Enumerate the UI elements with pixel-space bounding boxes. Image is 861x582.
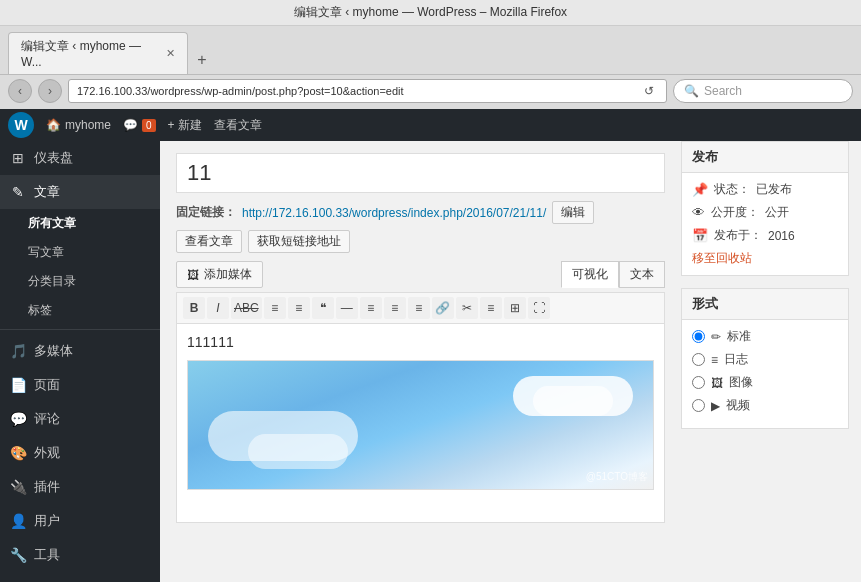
sidebar-divider-1	[0, 329, 160, 330]
post-title-input[interactable]	[176, 153, 665, 193]
trash-link[interactable]: 移至回收站	[692, 251, 752, 265]
tab-visual[interactable]: 可视化	[561, 261, 619, 288]
sidebar-item-tools[interactable]: 🔧 工具	[0, 538, 160, 572]
sidebar-item-write-post[interactable]: 写文章	[0, 238, 160, 267]
comment-count: 0	[142, 119, 156, 132]
reload-button[interactable]: ↺	[640, 84, 658, 98]
editor-toolbar-row: 🖼 添加媒体 可视化 文本	[176, 261, 665, 288]
wp-right-panel: 发布 📌 状态： 已发布 👁 公开度： 公开 📅 发布于：	[681, 141, 861, 582]
topbar-home[interactable]: 🏠 myhome	[46, 118, 111, 132]
add-media-label: 添加媒体	[204, 266, 252, 283]
sidebar-item-categories[interactable]: 分类目录	[0, 267, 160, 296]
topbar-comments[interactable]: 💬 0	[123, 118, 156, 132]
editor-image: @51CTO博客	[187, 360, 654, 490]
home-icon: 🏠	[46, 118, 61, 132]
wp-logo[interactable]: W	[8, 112, 34, 138]
sidebar-item-appearance[interactable]: 🎨 外观	[0, 436, 160, 470]
format-radio-image[interactable]	[692, 376, 705, 389]
table-button[interactable]: ⊞	[504, 297, 526, 319]
format-radio-aside[interactable]	[692, 353, 705, 366]
blockquote-button[interactable]: ❝	[312, 297, 334, 319]
format-radio-standard[interactable]	[692, 330, 705, 343]
visibility-row: 👁 公开度： 公开	[692, 204, 838, 221]
browser-tab-active[interactable]: 编辑文章 ‹ myhome — W... ✕	[8, 32, 188, 74]
status-icon: 📌	[692, 182, 708, 197]
editor-body[interactable]: 111111 @51CTO博客	[176, 323, 665, 523]
wp-admin: ⊞ 仪表盘 ✎ 文章 所有文章 写文章 分类目录 标签 🎵 多媒体 📄 页面 💬	[0, 141, 861, 582]
unlink-button[interactable]: ✂	[456, 297, 478, 319]
tools-icon: 🔧	[10, 547, 26, 563]
search-box[interactable]: 🔍 Search	[673, 79, 853, 103]
sidebar-label-dashboard: 仪表盘	[34, 149, 73, 167]
format-panel-body: ✏ 标准 ≡ 日志 🖼 图像 ▶	[682, 320, 848, 428]
fullscreen-button[interactable]: ⛶	[528, 297, 550, 319]
view-post-label: 查看文章	[214, 117, 262, 134]
format-video: ▶ 视频	[692, 397, 838, 414]
comment-icon: 💬	[123, 118, 138, 132]
sidebar-item-pages[interactable]: 📄 页面	[0, 368, 160, 402]
topbar-view-post[interactable]: 查看文章	[214, 117, 262, 134]
cloud-4	[248, 434, 348, 469]
sidebar-item-posts[interactable]: ✎ 文章	[0, 175, 160, 209]
write-post-label: 写文章	[28, 244, 64, 261]
horizontal-rule-button[interactable]: —	[336, 297, 358, 319]
tags-label: 标签	[28, 302, 52, 319]
media-icon: 🎵	[10, 343, 26, 359]
add-media-button[interactable]: 🖼 添加媒体	[176, 261, 263, 288]
topbar-new[interactable]: + 新建	[168, 117, 202, 134]
forward-button[interactable]: ›	[38, 79, 62, 103]
insert-link-button[interactable]: 🔗	[432, 297, 454, 319]
format-radio-video[interactable]	[692, 399, 705, 412]
all-posts-label: 所有文章	[28, 215, 76, 232]
italic-button[interactable]: I	[207, 297, 229, 319]
posts-icon: ✎	[10, 184, 26, 200]
shortlink-button[interactable]: 获取短链接地址	[248, 230, 350, 253]
sidebar-item-users[interactable]: 👤 用户	[0, 504, 160, 538]
plugins-icon: 🔌	[10, 479, 26, 495]
editor-content-text: 111111	[187, 334, 654, 350]
sidebar-item-comments[interactable]: 💬 评论	[0, 402, 160, 436]
strikethrough-button[interactable]: ABC	[231, 297, 262, 319]
tab-text[interactable]: 文本	[619, 261, 665, 288]
sidebar-label-plugins: 插件	[34, 478, 60, 496]
ordered-list-button[interactable]: ≡	[288, 297, 310, 319]
publish-panel-body: 📌 状态： 已发布 👁 公开度： 公开 📅 发布于： 2016 移至回收	[682, 173, 848, 275]
title-bar-text: 编辑文章 ‹ myhome — WordPress – Mozilla Fire…	[294, 5, 567, 19]
categories-label: 分类目录	[28, 273, 76, 290]
sidebar-label-tools: 工具	[34, 546, 60, 564]
tab-label: 编辑文章 ‹ myhome — W...	[21, 38, 160, 69]
format-panel: 形式 ✏ 标准 ≡ 日志 🖼 图像	[681, 288, 849, 429]
search-icon: 🔍	[684, 84, 699, 98]
format-label-aside: 日志	[724, 351, 748, 368]
align-left-button[interactable]: ≡	[360, 297, 382, 319]
address-input[interactable]: 172.16.100.33/wordpress/wp-admin/post.ph…	[68, 79, 667, 103]
add-media-icon: 🖼	[187, 268, 199, 282]
tab-close-button[interactable]: ✕	[166, 47, 175, 60]
align-center-button[interactable]: ≡	[384, 297, 406, 319]
format-image: 🖼 图像	[692, 374, 838, 391]
sidebar-label-media: 多媒体	[34, 342, 73, 360]
bold-button[interactable]: B	[183, 297, 205, 319]
back-button[interactable]: ‹	[8, 79, 32, 103]
new-tab-button[interactable]: +	[190, 48, 214, 72]
sidebar-item-media[interactable]: 🎵 多媒体	[0, 334, 160, 368]
wp-topbar: W 🏠 myhome 💬 0 + 新建 查看文章	[0, 109, 861, 141]
wp-logo-text: W	[14, 117, 27, 133]
unordered-list-button[interactable]: ≡	[264, 297, 286, 319]
date-label: 发布于：	[714, 227, 762, 244]
sidebar-item-dashboard[interactable]: ⊞ 仪表盘	[0, 141, 160, 175]
sidebar-item-all-posts[interactable]: 所有文章	[0, 209, 160, 238]
view-tabs: 可视化 文本	[561, 261, 665, 288]
status-label: 状态：	[714, 181, 750, 198]
address-text: 172.16.100.33/wordpress/wp-admin/post.ph…	[77, 85, 404, 97]
align-right-button[interactable]: ≡	[408, 297, 430, 319]
standard-icon: ✏	[711, 330, 721, 344]
more-button[interactable]: ≡	[480, 297, 502, 319]
permalink-row: 固定链接： http://172.16.100.33/wordpress/ind…	[176, 201, 665, 253]
view-post-button[interactable]: 查看文章	[176, 230, 242, 253]
image-watermark: @51CTO博客	[586, 470, 648, 484]
sidebar-item-tags[interactable]: 标签	[0, 296, 160, 325]
sidebar-item-plugins[interactable]: 🔌 插件	[0, 470, 160, 504]
aside-icon: ≡	[711, 353, 718, 367]
edit-permalink-button[interactable]: 编辑	[552, 201, 594, 224]
